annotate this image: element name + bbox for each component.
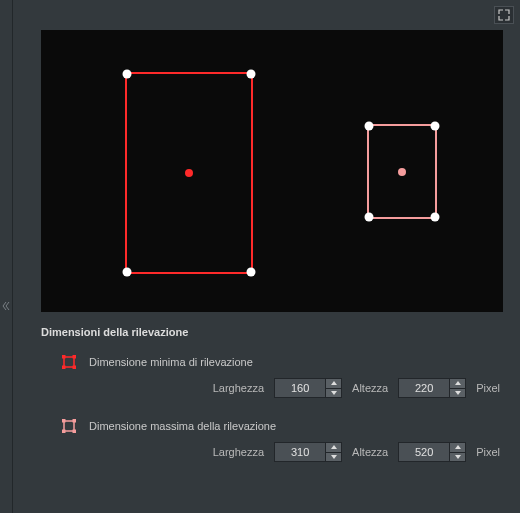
svg-rect-4 [73,366,76,369]
svg-rect-3 [63,366,66,369]
max-width-spinner [274,442,342,462]
max-width-up[interactable] [326,442,342,452]
svg-rect-6 [63,420,66,423]
min-detection-rect[interactable] [367,124,437,219]
min-width-input[interactable] [274,378,326,398]
expand-preview-button[interactable] [494,6,514,24]
chevron-left-double-icon [2,301,10,311]
rect-handle-ne[interactable] [431,122,440,131]
rect-handle-se[interactable] [431,213,440,222]
chevron-down-icon [455,391,461,395]
max-size-row: Dimensione massima della rilevazione [41,418,504,434]
chevron-down-icon [455,455,461,459]
section-title: Dimensioni della rilevazione [41,326,504,338]
min-size-inputs: Larghezza Altezza Pixel [41,378,504,398]
max-size-inputs: Larghezza Altezza Pixel [41,442,504,462]
rect-handle-sw[interactable] [123,268,132,277]
rect-center-handle[interactable] [185,169,193,177]
max-width-label: Larghezza [213,446,264,458]
max-detection-rect[interactable] [125,72,253,274]
min-size-label: Dimensione minima di rilevazione [89,356,253,368]
rect-handle-nw[interactable] [123,70,132,79]
rect-handle-ne[interactable] [247,70,256,79]
min-width-down[interactable] [326,388,342,399]
svg-rect-1 [63,356,66,359]
max-width-input[interactable] [274,442,326,462]
max-width-down[interactable] [326,452,342,463]
detection-size-section: Dimensioni della rilevazione Dimensione … [41,326,504,482]
svg-rect-2 [73,356,76,359]
max-size-label: Dimensione massima della rilevazione [89,420,276,432]
min-width-label: Larghezza [213,382,264,394]
min-width-spinner [274,378,342,398]
chevron-up-icon [331,381,337,385]
rect-handle-nw[interactable] [365,122,374,131]
svg-rect-9 [73,430,76,433]
max-height-input[interactable] [398,442,450,462]
svg-rect-8 [63,430,66,433]
svg-rect-7 [73,420,76,423]
min-height-spinner [398,378,466,398]
rect-handle-se[interactable] [247,268,256,277]
max-height-down[interactable] [450,452,466,463]
rect-center-handle[interactable] [398,168,406,176]
min-height-down[interactable] [450,388,466,399]
expand-icon [498,9,510,21]
chevron-up-icon [455,445,461,449]
min-width-up[interactable] [326,378,342,388]
min-unit-label: Pixel [476,382,500,394]
min-height-up[interactable] [450,378,466,388]
max-unit-label: Pixel [476,446,500,458]
chevron-up-icon [331,445,337,449]
max-height-spinner [398,442,466,462]
min-height-input[interactable] [398,378,450,398]
min-size-row: Dimensione minima di rilevazione [41,354,504,370]
detection-size-panel: Dimensioni della rilevazione Dimensione … [12,0,520,513]
panel-collapse-handle[interactable] [0,294,12,318]
min-height-label: Altezza [352,382,388,394]
max-height-label: Altezza [352,446,388,458]
detection-preview-canvas[interactable] [41,30,503,312]
max-size-icon [61,418,77,434]
chevron-down-icon [331,391,337,395]
max-height-up[interactable] [450,442,466,452]
chevron-down-icon [331,455,337,459]
chevron-up-icon [455,381,461,385]
rect-handle-sw[interactable] [365,213,374,222]
min-size-icon [61,354,77,370]
